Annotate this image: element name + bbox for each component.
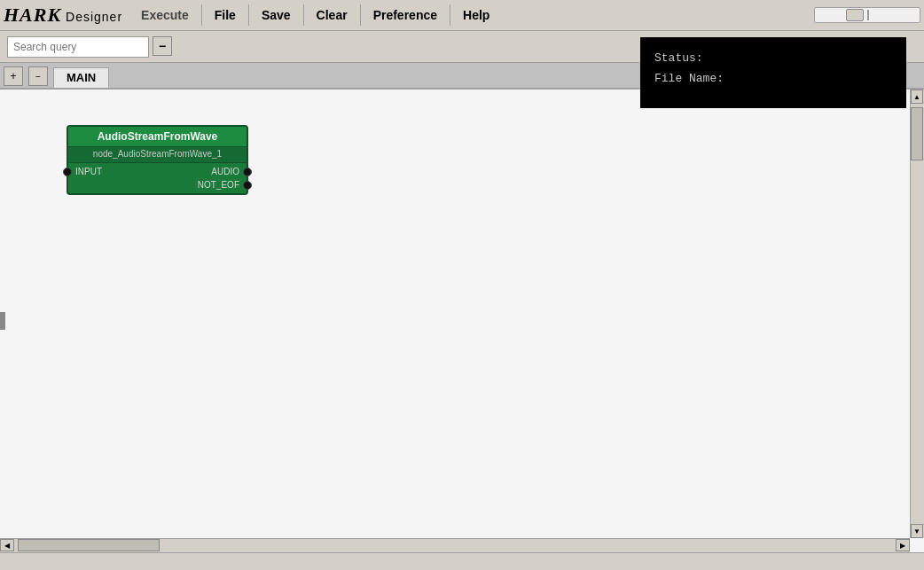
menu-separator-4 bbox=[360, 4, 361, 26]
vscroll-up-button[interactable]: ▲ bbox=[911, 90, 923, 104]
hscroll-thumb[interactable] bbox=[18, 539, 160, 551]
port-label-input: INPUT bbox=[68, 167, 109, 176]
app-title-hark: HARK bbox=[4, 4, 61, 26]
app-title: HARK Designer bbox=[4, 4, 122, 27]
main-canvas[interactable]: AudioStreamFromWave node_AudioStreamFrom… bbox=[0, 90, 924, 552]
menu-separator-3 bbox=[303, 4, 304, 26]
zoom-in-button[interactable]: + bbox=[4, 66, 23, 86]
slider-track[interactable] bbox=[814, 7, 920, 23]
app-title-designer: Designer bbox=[61, 10, 122, 24]
menu-clear[interactable]: Clear bbox=[305, 3, 359, 27]
canvas-container: + − MAIN AudioStreamFromWave node_AudioS… bbox=[0, 63, 924, 552]
slider-divider bbox=[867, 10, 869, 20]
hscroll-left-button[interactable]: ◀ bbox=[0, 539, 14, 551]
port-label-audio: AUDIO bbox=[204, 167, 247, 176]
port-row-input: INPUT AUDIO bbox=[68, 165, 247, 178]
vertical-scrollbar[interactable]: ▲ ▼ bbox=[910, 90, 924, 538]
slider-area bbox=[814, 7, 920, 23]
filename-label: File Name: bbox=[654, 68, 892, 89]
status-label: Status: bbox=[654, 48, 892, 68]
node-ports: INPUT AUDIO NOT_EOF bbox=[68, 163, 247, 193]
menu-help[interactable]: Help bbox=[451, 3, 501, 27]
menu-save[interactable]: Save bbox=[250, 3, 302, 27]
port-label-not-eof: NOT_EOF bbox=[191, 180, 247, 190]
node-title: AudioStreamFromWave bbox=[68, 127, 247, 147]
vscroll-down-button[interactable]: ▼ bbox=[911, 524, 923, 538]
vscroll-thumb[interactable] bbox=[911, 107, 923, 160]
menu-file[interactable]: File bbox=[203, 3, 247, 27]
menu-bar: HARK Designer Execute File Save Clear Pr… bbox=[0, 0, 924, 31]
hscroll-right-button[interactable]: ▶ bbox=[896, 539, 910, 551]
menu-separator-1 bbox=[201, 4, 202, 26]
menu-preference[interactable]: Preference bbox=[362, 3, 449, 27]
search-minus-button[interactable]: − bbox=[153, 36, 172, 56]
port-row-not-eof: NOT_EOF bbox=[68, 178, 247, 191]
left-edge-indicator bbox=[0, 312, 5, 330]
node-subtitle: node_AudioStreamFromWave_1 bbox=[68, 147, 247, 163]
port-dot-audio-right[interactable] bbox=[243, 168, 252, 176]
port-dot-not-eof-right[interactable] bbox=[243, 181, 252, 190]
status-bar bbox=[0, 552, 924, 570]
slider-thumb[interactable] bbox=[846, 9, 864, 21]
menu-execute[interactable]: Execute bbox=[129, 3, 200, 27]
port-dot-input-left[interactable] bbox=[63, 168, 72, 176]
tab-main[interactable]: MAIN bbox=[53, 67, 109, 88]
search-input[interactable] bbox=[7, 36, 149, 58]
zoom-out-button[interactable]: − bbox=[28, 66, 48, 86]
node-audio-stream-from-wave[interactable]: AudioStreamFromWave node_AudioStreamFrom… bbox=[67, 125, 248, 195]
status-panel: Status: File Name: bbox=[640, 37, 906, 108]
menu-separator-5 bbox=[450, 4, 450, 26]
menu-separator-2 bbox=[248, 4, 249, 26]
horizontal-scrollbar[interactable]: ◀ ▶ bbox=[0, 538, 910, 552]
